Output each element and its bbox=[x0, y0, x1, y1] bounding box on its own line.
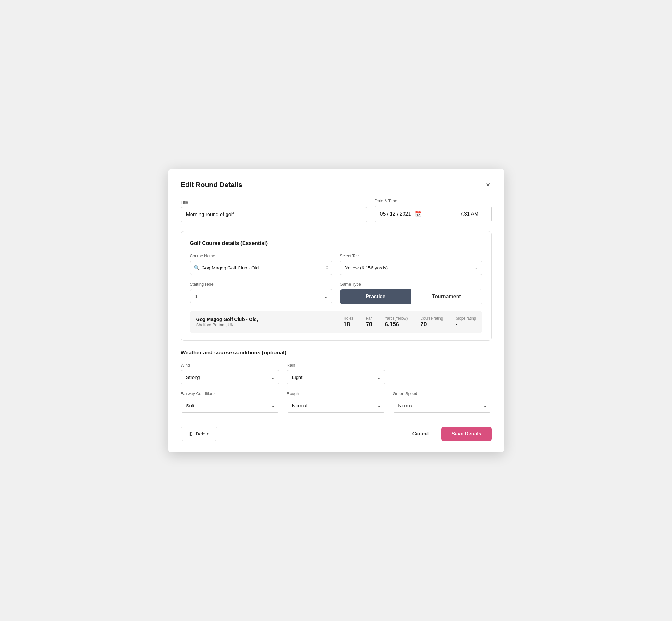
course-name-main: Gog Magog Golf Club - Old, bbox=[196, 317, 344, 322]
top-row: Title Date & Time 05 / 12 / 2021 📅 7:31 … bbox=[181, 199, 492, 222]
holes-stat: Holes 18 bbox=[344, 316, 353, 328]
starting-hole-label: Starting Hole bbox=[190, 282, 333, 287]
game-type-label: Game Type bbox=[340, 282, 482, 287]
par-label: Par bbox=[366, 316, 372, 321]
weather-section: Weather and course conditions (optional)… bbox=[181, 349, 492, 413]
select-tee-label: Select Tee bbox=[340, 253, 482, 258]
starting-hole-group: Starting Hole 1 10 ⌄ bbox=[190, 282, 333, 304]
slope-rating-value: - bbox=[456, 321, 458, 328]
datetime-label: Date & Time bbox=[375, 199, 492, 203]
yards-label: Yards(Yellow) bbox=[385, 316, 408, 321]
golf-course-title: Golf Course details (Essential) bbox=[190, 240, 482, 246]
fairway-dropdown[interactable]: Soft Normal Hard bbox=[181, 399, 279, 413]
par-value: 70 bbox=[366, 321, 372, 328]
yards-value: 6,156 bbox=[385, 321, 399, 328]
green-speed-group: Green Speed Slow Normal Fast ⌄ bbox=[393, 391, 491, 413]
course-name-input[interactable] bbox=[190, 261, 333, 275]
cancel-button[interactable]: Cancel bbox=[406, 427, 435, 441]
course-search-wrap: 🔍 × bbox=[190, 261, 333, 275]
clear-icon[interactable]: × bbox=[326, 265, 328, 271]
footer-row: 🗑 Delete Cancel Save Details bbox=[181, 422, 492, 441]
title-field-group: Title bbox=[181, 200, 367, 222]
fairway-group: Fairway Conditions Soft Normal Hard ⌄ bbox=[181, 391, 279, 413]
course-name-label: Course Name bbox=[190, 253, 333, 258]
tournament-button[interactable]: Tournament bbox=[411, 289, 482, 304]
select-tee-dropdown[interactable]: Yellow (6,156 yards) bbox=[340, 261, 482, 275]
close-button[interactable]: × bbox=[485, 180, 492, 190]
footer-right: Cancel Save Details bbox=[406, 427, 492, 441]
delete-label: Delete bbox=[196, 431, 209, 437]
course-info-name: Gog Magog Golf Club - Old, Shelford Bott… bbox=[196, 317, 344, 327]
rough-dropdown[interactable]: Soft Normal Hard bbox=[287, 399, 385, 413]
course-stats: Holes 18 Par 70 Yards(Yellow) 6,156 Cour… bbox=[344, 316, 476, 328]
title-input[interactable] bbox=[181, 207, 367, 222]
search-icon: 🔍 bbox=[194, 265, 200, 271]
wind-label: Wind bbox=[181, 363, 279, 368]
course-rating-stat: Course rating 70 bbox=[420, 316, 443, 328]
game-type-group: Game Type Practice Tournament bbox=[340, 282, 482, 304]
fairway-label: Fairway Conditions bbox=[181, 391, 279, 396]
delete-button[interactable]: 🗑 Delete bbox=[181, 427, 217, 441]
wind-group: Wind None Light Moderate Strong ⌄ bbox=[181, 363, 279, 384]
green-speed-dropdown[interactable]: Slow Normal Fast bbox=[393, 399, 491, 413]
green-speed-label: Green Speed bbox=[393, 391, 491, 396]
fairway-wrap: Soft Normal Hard ⌄ bbox=[181, 399, 279, 413]
datetime-row: 05 / 12 / 2021 📅 7:31 AM bbox=[375, 206, 492, 222]
time-input[interactable]: 7:31 AM bbox=[447, 206, 492, 222]
date-input[interactable]: 05 / 12 / 2021 📅 bbox=[375, 206, 447, 222]
rain-wrap: None Light Moderate Heavy ⌄ bbox=[287, 370, 385, 384]
course-info-bar: Gog Magog Golf Club - Old, Shelford Bott… bbox=[190, 311, 482, 333]
practice-button[interactable]: Practice bbox=[340, 289, 411, 304]
modal-title: Edit Round Details bbox=[181, 181, 243, 189]
yards-stat: Yards(Yellow) 6,156 bbox=[385, 316, 408, 328]
weather-title: Weather and course conditions (optional) bbox=[181, 349, 492, 356]
edit-round-modal: Edit Round Details × Title Date & Time 0… bbox=[168, 169, 504, 453]
slope-rating-stat: Slope rating - bbox=[456, 316, 476, 328]
wind-wrap: None Light Moderate Strong ⌄ bbox=[181, 370, 279, 384]
golf-course-section: Golf Course details (Essential) Course N… bbox=[181, 231, 492, 341]
course-rating-value: 70 bbox=[420, 321, 426, 328]
rough-wrap: Soft Normal Hard ⌄ bbox=[287, 399, 385, 413]
rough-group: Rough Soft Normal Hard ⌄ bbox=[287, 391, 385, 413]
select-tee-wrap: Yellow (6,156 yards) ⌄ bbox=[340, 261, 482, 275]
course-name-sub: Shelford Bottom, UK bbox=[196, 323, 344, 327]
title-label: Title bbox=[181, 200, 367, 204]
select-tee-group: Select Tee Yellow (6,156 yards) ⌄ bbox=[340, 253, 482, 275]
calendar-icon: 📅 bbox=[415, 210, 421, 217]
course-rating-label: Course rating bbox=[420, 316, 443, 321]
green-speed-wrap: Slow Normal Fast ⌄ bbox=[393, 399, 491, 413]
conditions-row: Fairway Conditions Soft Normal Hard ⌄ Ro… bbox=[181, 391, 492, 413]
trash-icon: 🗑 bbox=[189, 431, 194, 437]
course-name-group: Course Name 🔍 × bbox=[190, 253, 333, 275]
modal-header: Edit Round Details × bbox=[181, 180, 492, 190]
course-name-tee-row: Course Name 🔍 × Select Tee Yellow (6,156… bbox=[190, 253, 482, 275]
par-stat: Par 70 bbox=[366, 316, 372, 328]
holes-label: Holes bbox=[344, 316, 353, 321]
wind-dropdown[interactable]: None Light Moderate Strong bbox=[181, 370, 279, 384]
date-value: 05 / 12 / 2021 bbox=[380, 211, 411, 217]
rough-label: Rough bbox=[287, 391, 385, 396]
time-value: 7:31 AM bbox=[460, 211, 478, 217]
holes-value: 18 bbox=[344, 321, 350, 328]
starting-hole-gametype-row: Starting Hole 1 10 ⌄ Game Type Practice … bbox=[190, 282, 482, 304]
rain-label: Rain bbox=[287, 363, 385, 368]
starting-hole-dropdown[interactable]: 1 10 bbox=[190, 289, 333, 303]
rain-group: Rain None Light Moderate Heavy ⌄ bbox=[287, 363, 385, 384]
save-button[interactable]: Save Details bbox=[442, 427, 491, 441]
game-type-toggle: Practice Tournament bbox=[340, 289, 482, 304]
wind-rain-row: Wind None Light Moderate Strong ⌄ Rain N… bbox=[181, 363, 492, 384]
datetime-field-group: Date & Time 05 / 12 / 2021 📅 7:31 AM bbox=[375, 199, 492, 222]
slope-rating-label: Slope rating bbox=[456, 316, 476, 321]
starting-hole-wrap: 1 10 ⌄ bbox=[190, 289, 333, 303]
rain-dropdown[interactable]: None Light Moderate Heavy bbox=[287, 370, 385, 384]
